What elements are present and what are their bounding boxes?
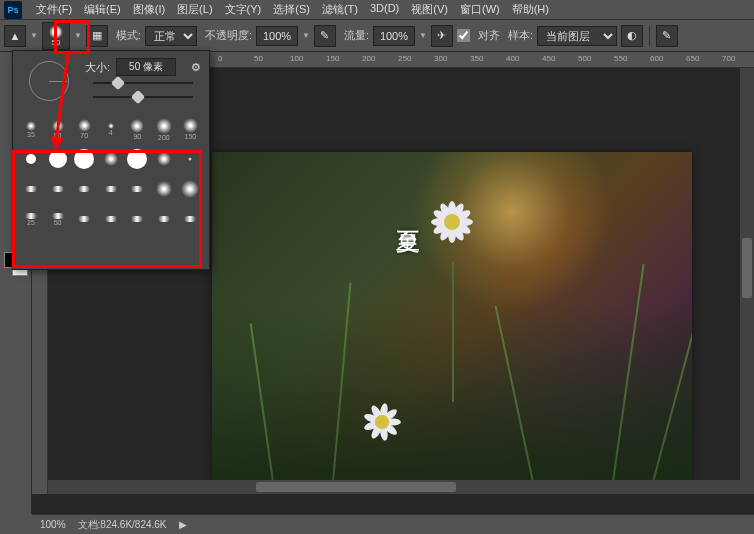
brush-panel-toggle[interactable]: ▦ (86, 25, 108, 47)
chevron-right-icon[interactable]: ▶ (179, 519, 187, 530)
menu-item[interactable]: 文件(F) (30, 0, 78, 19)
menu-item[interactable]: 3D(D) (364, 0, 405, 19)
brush-preset-item[interactable] (178, 145, 202, 173)
brush-preset-item[interactable]: 200 (152, 115, 176, 143)
brush-preset-item[interactable]: 35 (19, 115, 43, 143)
align-label: 对齐 (478, 28, 500, 43)
brush-preset-item[interactable] (19, 145, 43, 173)
brush-preset-item[interactable] (99, 175, 123, 203)
brush-preset-panel: 大小: ⚙ 3580704902001502550 (12, 50, 210, 270)
brush-preset-item[interactable] (72, 175, 96, 203)
menu-item[interactable]: 文字(Y) (219, 0, 268, 19)
sample-select[interactable]: 当前图层 (537, 26, 617, 46)
menu-item[interactable]: 选择(S) (267, 0, 316, 19)
scrollbar-horizontal[interactable] (48, 480, 740, 494)
ruler-tick: 650 (686, 54, 699, 63)
ruler-tick: 600 (650, 54, 663, 63)
brush-preset-item[interactable]: 150 (178, 115, 202, 143)
brush-preset-item[interactable] (46, 175, 70, 203)
size-label: 大小: (85, 60, 110, 75)
brush-preset-item[interactable] (125, 145, 149, 173)
ruler-tick: 100 (290, 54, 303, 63)
ruler-tick: 550 (614, 54, 627, 63)
ruler-tick: 700 (722, 54, 735, 63)
scrollbar-vertical[interactable] (740, 68, 754, 494)
align-checkbox[interactable] (457, 29, 470, 42)
menu-item[interactable]: 帮助(H) (506, 0, 555, 19)
ruler-tick: 200 (362, 54, 375, 63)
zoom-value[interactable]: 100% (40, 519, 66, 530)
menu-item[interactable]: 滤镜(T) (316, 0, 364, 19)
ruler-tick: 500 (578, 54, 591, 63)
brush-size-label: 80 (54, 132, 62, 139)
ruler-tick: 350 (470, 54, 483, 63)
menu-item[interactable]: 视图(V) (405, 0, 454, 19)
chevron-down-icon[interactable]: ▼ (419, 31, 427, 40)
brush-preset-item[interactable] (125, 175, 149, 203)
brush-size-label: 200 (158, 134, 170, 141)
brush-preset-item[interactable] (125, 205, 149, 233)
brush-preset-item[interactable]: 25 (19, 205, 43, 233)
document-canvas[interactable]: 夏至 (212, 152, 692, 482)
brush-preset-item[interactable] (178, 175, 202, 203)
airbrush-icon[interactable]: ✈ (431, 25, 453, 47)
opacity-input[interactable] (256, 26, 298, 46)
brush-preset-item[interactable]: 80 (46, 115, 70, 143)
menu-item[interactable]: 图层(L) (171, 0, 218, 19)
brush-preset-item[interactable] (152, 175, 176, 203)
ruler-tick: 50 (254, 54, 263, 63)
chevron-down-icon[interactable]: ▼ (30, 31, 38, 40)
brush-size-input[interactable] (116, 58, 176, 76)
brush-preset-item[interactable]: 90 (125, 115, 149, 143)
brush-preset-item[interactable] (19, 175, 43, 203)
brush-size-label: 35 (27, 131, 35, 138)
brush-preset-item[interactable] (72, 205, 96, 233)
menu-item[interactable]: 编辑(E) (78, 0, 127, 19)
gear-icon[interactable]: ⚙ (191, 61, 201, 74)
brush-preset-item[interactable] (99, 205, 123, 233)
ruler-tick: 0 (218, 54, 222, 63)
sample-label: 样本: (508, 28, 533, 43)
brush-preset-item[interactable] (152, 145, 176, 173)
brush-size-label: 70 (80, 132, 88, 139)
brush-preset-item[interactable] (99, 145, 123, 173)
ignore-adj-icon[interactable]: ◐ (621, 25, 643, 47)
brush-preset-item[interactable] (72, 145, 96, 173)
mode-label: 模式: (116, 28, 141, 43)
brush-preset-item[interactable] (46, 145, 70, 173)
pressure-size-icon[interactable]: ✎ (656, 25, 678, 47)
brush-preset-item[interactable] (178, 205, 202, 233)
tool-preset-picker[interactable]: ▲ (4, 25, 26, 47)
ruler-tick: 450 (542, 54, 555, 63)
chevron-down-icon[interactable]: ▼ (302, 31, 310, 40)
brush-angle-dial[interactable] (29, 61, 69, 101)
brush-size-label: 25 (27, 219, 35, 226)
flow-input[interactable] (373, 26, 415, 46)
chevron-down-icon[interactable]: ▼ (74, 31, 82, 40)
brush-preset-item[interactable]: 50 (46, 205, 70, 233)
brush-size-label: 150 (185, 133, 197, 140)
size-slider[interactable] (93, 76, 193, 90)
brush-size-label: 4 (109, 129, 113, 136)
flow-label: 流量: (344, 28, 369, 43)
blend-mode-select[interactable]: 正常 (145, 26, 197, 46)
ruler-tick: 400 (506, 54, 519, 63)
brush-size-label: 90 (133, 133, 141, 140)
brush-preset-item[interactable]: 70 (72, 115, 96, 143)
doc-size: 文档:824.6K/824.6K (78, 518, 167, 532)
ruler-tick: 300 (434, 54, 447, 63)
ruler-tick: 150 (326, 54, 339, 63)
menubar: Ps 文件(F)编辑(E)图像(I)图层(L)文字(Y)选择(S)滤镜(T)3D… (0, 0, 754, 20)
opacity-label: 不透明度: (205, 28, 252, 43)
menu-item[interactable]: 图像(I) (127, 0, 171, 19)
pressure-opacity-icon[interactable]: ✎ (314, 25, 336, 47)
brush-preset-item[interactable]: 4 (99, 115, 123, 143)
ruler-tick: 250 (398, 54, 411, 63)
hardness-slider[interactable] (93, 90, 193, 104)
options-bar: ▲ ▼ 50 ▼ ▦ 模式: 正常 不透明度: ▼ ✎ 流量: ▼ ✈ 对齐 样… (0, 20, 754, 52)
app-logo: Ps (4, 1, 22, 19)
menu-item[interactable]: 窗口(W) (454, 0, 506, 19)
brush-preset-chip[interactable]: 50 (42, 22, 70, 50)
status-bar: 100% 文档:824.6K/824.6K ▶ (32, 514, 754, 534)
brush-preset-item[interactable] (152, 205, 176, 233)
